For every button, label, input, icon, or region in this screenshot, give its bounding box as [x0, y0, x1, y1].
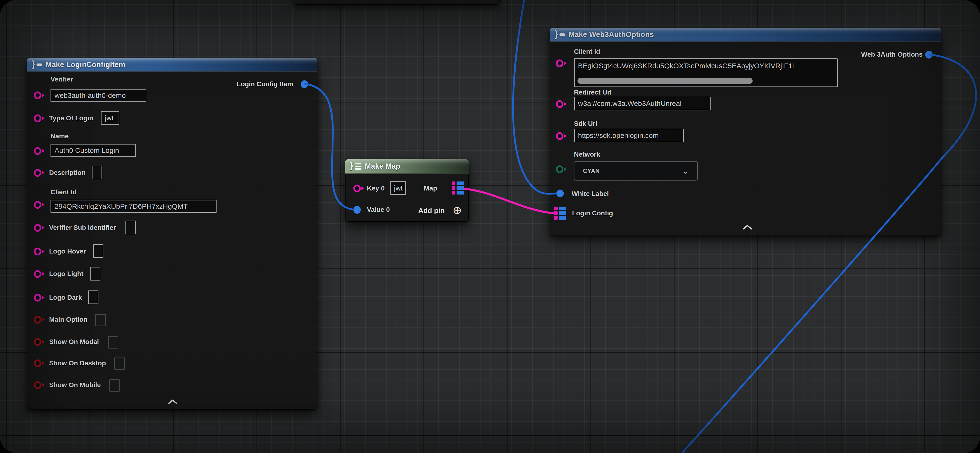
white-label-label: White Label	[571, 190, 609, 198]
login-config-label: Login Config	[572, 209, 613, 217]
description-input[interactable]	[92, 166, 102, 179]
offscreen-node-bottom-edge[interactable]	[293, 0, 500, 5]
show-on-mobile-pin[interactable]	[34, 381, 45, 389]
redirect-url-input[interactable]: w3a://com.w3a.Web3AuthUnreal	[574, 97, 711, 111]
main-option-label: Main Option	[49, 316, 88, 323]
logo-dark-pin[interactable]	[34, 294, 45, 302]
main-option-pin[interactable]	[34, 316, 45, 324]
make-struct-icon-pill	[37, 63, 42, 66]
key-0-pin[interactable]	[353, 185, 365, 193]
logo-dark-input[interactable]	[88, 290, 99, 304]
logo-light-input[interactable]	[90, 267, 100, 280]
verifier-sub-identifier-input[interactable]	[126, 220, 136, 234]
network-pin[interactable]	[556, 165, 567, 173]
node-make-login-config-item[interactable]: } Make LoginConfigItem Login Config Item…	[27, 58, 317, 410]
node-header[interactable]: } Make LoginConfigItem	[27, 58, 317, 72]
show-on-modal-checkbox[interactable]	[108, 336, 118, 348]
map-output-label: Map	[424, 185, 437, 192]
type-of-login-label: Type Of Login	[49, 114, 93, 122]
node-title: Make LoginConfigItem	[46, 60, 125, 69]
collapse-chevron-icon[interactable]	[741, 224, 753, 230]
description-label: Description	[49, 169, 86, 176]
key-0-label: Key 0	[367, 185, 385, 192]
blueprint-editor-screenshot: } Make LoginConfigItem Login Config Item…	[0, 0, 980, 453]
show-on-mobile-checkbox[interactable]	[109, 379, 120, 392]
name-input[interactable]: Auth0 Custom Login	[51, 144, 136, 157]
make-struct-icon: }	[555, 29, 558, 39]
name-label: Name	[51, 132, 68, 140]
chevron-down-icon: ⌄	[682, 166, 689, 176]
verifier-input[interactable]: web3auth-auth0-demo	[51, 89, 146, 102]
node-title: Make Map	[365, 162, 400, 171]
redirect-url-label: Redirect Url	[574, 89, 612, 96]
node-title: Make Web3AuthOptions	[568, 30, 654, 39]
logo-hover-pin[interactable]	[34, 247, 45, 256]
client-id-input[interactable]: BEglQSgt4cUWcj6SKRdu5QkOXTsePmMcusG5EAoy…	[574, 58, 838, 87]
show-on-modal-label: Show On Modal	[49, 338, 99, 346]
add-pin-icon[interactable]: ⊕	[452, 205, 462, 215]
white-label-pin[interactable]	[557, 190, 568, 198]
blueprint-graph-canvas[interactable]: } Make LoginConfigItem Login Config Item…	[0, 0, 980, 453]
description-pin[interactable]	[34, 169, 45, 177]
show-on-desktop-checkbox[interactable]	[114, 358, 125, 370]
sdk-url-pin[interactable]	[556, 132, 567, 140]
name-pin[interactable]	[34, 147, 45, 155]
network-label: Network	[574, 151, 600, 158]
node-header[interactable]: } Make Map	[345, 159, 469, 174]
node-header[interactable]: } Make Web3AuthOptions	[550, 28, 941, 42]
logo-dark-label: Logo Dark	[49, 294, 82, 301]
value-0-label: Value 0	[367, 206, 390, 214]
show-on-desktop-label: Show On Desktop	[49, 360, 106, 367]
logo-light-pin[interactable]	[34, 270, 45, 278]
output-pin-label: Login Config Item	[237, 80, 293, 88]
logo-hover-input[interactable]	[93, 244, 103, 258]
show-on-mobile-label: Show On Mobile	[49, 381, 101, 389]
make-struct-icon: }	[32, 59, 35, 69]
key-0-input[interactable]: jwt	[390, 181, 406, 195]
network-select[interactable]: CYAN ⌄	[574, 161, 698, 181]
main-option-checkbox[interactable]	[95, 314, 106, 326]
verifier-sub-identifier-label: Verifier Sub Identifier	[49, 224, 116, 231]
client-id-label: Client Id	[574, 48, 600, 55]
type-of-login-input[interactable]: jwt	[101, 111, 119, 125]
node-make-map[interactable]: } Make Map Key 0 jwt Map Value 0 Add pin…	[345, 159, 469, 222]
make-struct-icon-pill	[560, 33, 565, 36]
value-0-pin[interactable]	[353, 206, 365, 214]
make-map-icon-bars	[355, 163, 361, 169]
client-id-pin[interactable]	[34, 201, 45, 209]
client-id-pin[interactable]	[556, 59, 567, 68]
show-on-desktop-pin[interactable]	[34, 360, 45, 367]
verifier-label: Verifier	[51, 76, 73, 83]
logo-hover-label: Logo Hover	[49, 247, 86, 255]
client-id-label: Client Id	[51, 188, 76, 196]
type-of-login-pin[interactable]	[34, 114, 45, 122]
logo-light-label: Logo Light	[49, 270, 83, 278]
sdk-url-input[interactable]: https://sdk.openlogin.com	[574, 129, 684, 143]
map-output-pin[interactable]	[452, 182, 465, 195]
output-pin-label: Web 3Auth Options	[861, 51, 923, 58]
add-pin-label: Add pin	[418, 207, 445, 215]
collapse-chevron-icon[interactable]	[167, 399, 178, 405]
node-make-web3auth-options[interactable]: } Make Web3AuthOptions Web 3Auth Options…	[550, 28, 941, 236]
login-config-pin[interactable]	[554, 207, 567, 220]
show-on-modal-pin[interactable]	[34, 338, 45, 346]
client-id-input[interactable]: 294QRkchfq2YaXUbPri7D6PH7xzHgQMT	[51, 200, 216, 213]
sdk-url-label: Sdk Url	[574, 120, 597, 127]
verifier-pin[interactable]	[34, 92, 45, 100]
client-id-hscrollbar[interactable]	[578, 78, 752, 84]
redirect-url-pin[interactable]	[556, 100, 567, 108]
verifier-sub-identifier-pin[interactable]	[34, 224, 45, 232]
make-map-icon: }	[350, 160, 353, 171]
